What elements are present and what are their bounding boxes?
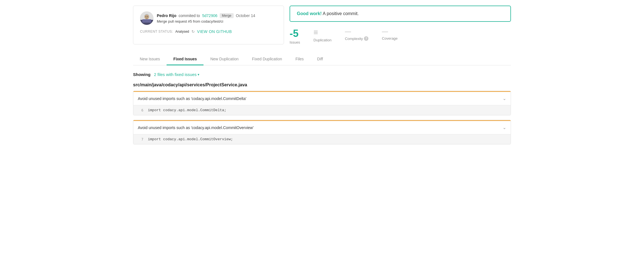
metric-complexity: — Complexity ? [345, 28, 368, 44]
file-path: src/main/java/codacy/api/services/Projec… [133, 82, 511, 87]
metric-duplication: ≡ Duplication [314, 28, 332, 44]
issue-card-2: Avoid unused imports such as 'codacy.api… [133, 120, 511, 144]
refresh-icon[interactable]: ↻ [191, 29, 195, 34]
coverage-value: — [382, 28, 388, 35]
chevron-down-icon: ▾ [198, 73, 199, 77]
good-work-banner: Good work! A positive commit. [290, 6, 511, 22]
avatar [140, 11, 153, 25]
banner-text: A positive commit. [322, 11, 359, 16]
svg-rect-7 [142, 19, 151, 23]
issue-header-2: Avoid unused imports such as 'codacy.api… [133, 120, 511, 134]
file-section: src/main/java/codacy/api/services/Projec… [133, 82, 511, 144]
tab-diff[interactable]: Diff [311, 53, 330, 65]
tab-fixed-issues[interactable]: Fixed Issues [167, 53, 203, 65]
merge-badge: Merge [220, 13, 234, 18]
issue-header-1: Avoid unused imports such as 'codacy.api… [133, 91, 511, 105]
commit-card: Pedro Rijo commited to 5d72906 Merge Oct… [133, 6, 284, 44]
showing-row: Showing 2 files with fixed issues ▾ [133, 72, 511, 77]
tabs-row: New Issues Fixed Issues New Duplication … [133, 53, 511, 65]
commit-date: October 14 [236, 13, 255, 18]
commit-author: Pedro Rijo [157, 13, 176, 18]
tab-fixed-duplication[interactable]: Fixed Duplication [245, 53, 289, 65]
commit-verb: commited to [179, 13, 200, 18]
svg-point-3 [145, 15, 149, 19]
line-number-2: 7 [138, 137, 143, 141]
issue-code-row-1: 6 import codacy.api.model.CommitDelta; [133, 105, 511, 115]
issue-chevron-1[interactable]: ⌄ [503, 96, 506, 101]
issue-title-2: Avoid unused imports such as 'codacy.api… [138, 125, 254, 130]
complexity-value: — [345, 28, 351, 35]
commit-hash[interactable]: 5d72906 [202, 13, 217, 18]
issue-chevron-2[interactable]: ⌄ [503, 125, 506, 130]
issues-label: Issues [290, 40, 300, 44]
status-label: CURRENT STATUS: [140, 30, 173, 34]
tab-files[interactable]: Files [289, 53, 311, 65]
tab-new-duplication[interactable]: New Duplication [203, 53, 245, 65]
svg-point-5 [147, 16, 148, 17]
complexity-label: Complexity ? [345, 36, 368, 41]
showing-prefix: Showing [133, 72, 151, 77]
issue-code-row-2: 7 import codacy.api.model.CommitOverview… [133, 134, 511, 144]
github-link[interactable]: View on GitHub [197, 29, 232, 34]
line-number-1: 6 [138, 108, 143, 112]
metrics-row: -5 Issues ≡ Duplication — Complexity ? [290, 28, 511, 44]
issue-card: Avoid unused imports such as 'codacy.api… [133, 91, 511, 115]
issues-value: -5 [290, 28, 299, 39]
code-text-1: import codacy.api.model.CommitDelta; [148, 108, 226, 112]
tab-new-issues[interactable]: New Issues [133, 53, 167, 65]
code-text-2: import codacy.api.model.CommitOverview; [148, 137, 233, 141]
showing-link[interactable]: 2 files with fixed issues [154, 72, 197, 77]
metric-coverage: — Coverage [382, 28, 397, 44]
coverage-label: Coverage [382, 36, 397, 41]
issue-title-1: Avoid unused imports such as 'codacy.api… [138, 96, 246, 101]
complexity-help-icon[interactable]: ? [364, 36, 368, 41]
duplication-value: ≡ [314, 28, 318, 36]
metric-issues: -5 Issues [290, 28, 300, 44]
svg-point-4 [146, 16, 146, 17]
status-value: Analysed [175, 30, 189, 34]
commit-message: Merge pull request #5 from codacy/test/c… [157, 19, 255, 23]
good-work-highlight: Good work! [297, 11, 322, 16]
duplication-label: Duplication [314, 38, 332, 42]
tabs-section: New Issues Fixed Issues New Duplication … [133, 53, 511, 65]
